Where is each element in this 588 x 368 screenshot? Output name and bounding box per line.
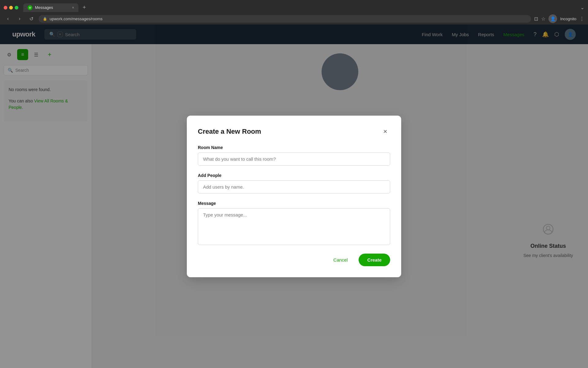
lock-icon: 🔒 (43, 17, 47, 21)
add-people-group: Add People (198, 173, 390, 194)
modal-header: Create a New Room × (198, 127, 390, 136)
room-name-input[interactable] (198, 152, 390, 166)
add-people-input[interactable] (198, 180, 390, 194)
modal-close-button[interactable]: × (380, 127, 390, 136)
close-window-button[interactable] (4, 6, 7, 10)
tab-close-button[interactable]: × (72, 6, 74, 10)
cast-icon[interactable]: ⊡ (534, 16, 538, 22)
bookmark-icon[interactable]: ☆ (541, 16, 545, 22)
tab-favicon: U (28, 5, 32, 10)
incognito-label: Incognito (560, 17, 576, 21)
message-textarea[interactable] (198, 208, 390, 245)
room-name-label: Room Name (198, 145, 390, 150)
modal-overlay[interactable]: Create a New Room × Room Name Add People… (0, 25, 588, 368)
room-name-group: Room Name (198, 145, 390, 166)
modal-footer: Cancel Create (198, 254, 390, 266)
nav-right-icons: ⊡ ☆ 👤 Incognito ⋮ (534, 14, 584, 23)
browser-tabs: U Messages × + ⌄ (0, 0, 588, 13)
forward-button[interactable]: › (15, 14, 24, 23)
traffic-lights (4, 6, 18, 10)
browser-nav: ‹ › ↺ 🔒 upwork.com/messages/rooms ⊡ ☆ 👤 … (0, 13, 588, 25)
minimize-window-button[interactable] (9, 6, 13, 10)
refresh-button[interactable]: ↺ (27, 14, 36, 23)
active-tab[interactable]: U Messages × (23, 3, 78, 12)
user-profile-icon[interactable]: 👤 (548, 14, 557, 23)
create-room-modal: Create a New Room × Room Name Add People… (187, 116, 401, 277)
tab-dropdown-button[interactable]: ⌄ (580, 5, 584, 10)
cancel-button[interactable]: Cancel (327, 254, 354, 266)
address-bar[interactable]: 🔒 upwork.com/messages/rooms (39, 15, 531, 23)
modal-title: Create a New Room (198, 128, 261, 136)
back-button[interactable]: ‹ (4, 14, 12, 23)
url-text: upwork.com/messages/rooms (50, 17, 103, 21)
browser-chrome: U Messages × + ⌄ ‹ › ↺ 🔒 upwork.com/mess… (0, 0, 588, 25)
create-button[interactable]: Create (359, 254, 390, 266)
new-tab-button[interactable]: + (80, 2, 89, 13)
tab-title: Messages (35, 5, 53, 10)
add-people-label: Add People (198, 173, 390, 178)
more-options-button[interactable]: ⋮ (579, 16, 584, 22)
message-label: Message (198, 201, 390, 206)
message-group: Message (198, 201, 390, 246)
maximize-window-button[interactable] (15, 6, 18, 10)
